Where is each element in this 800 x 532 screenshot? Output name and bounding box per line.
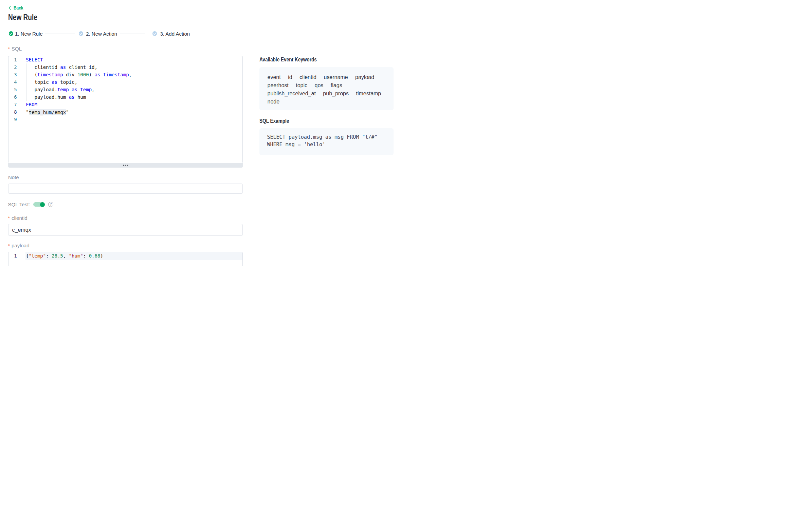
step-connector-1 bbox=[45, 34, 75, 34]
step-connector-2 bbox=[120, 34, 145, 34]
sql-test-row: SQL Test: ? bbox=[8, 202, 53, 207]
step-2-check-icon bbox=[79, 31, 83, 36]
keyword-item: event bbox=[268, 73, 281, 81]
toggle-knob bbox=[40, 202, 45, 207]
code-line[interactable]: 5 payload.temp as temp, bbox=[8, 86, 243, 93]
required-asterisk: * bbox=[8, 215, 10, 221]
indent-guide-line bbox=[32, 63, 32, 101]
code-line[interactable]: 4 topic as topic, bbox=[8, 78, 243, 86]
sql-editor[interactable]: 1SELECT2 clientid as client_id,3 (timest… bbox=[8, 56, 243, 163]
editor-resize-handle[interactable] bbox=[8, 163, 243, 168]
step-2-label[interactable]: 2. New Action bbox=[86, 31, 117, 37]
step-1-check-icon bbox=[9, 31, 13, 36]
line-number: 5 bbox=[8, 86, 26, 93]
line-number: 3 bbox=[8, 71, 26, 78]
code-line[interactable]: 2 clientid as client_id, bbox=[8, 63, 243, 71]
keyword-item: topic bbox=[296, 81, 307, 90]
sql-test-label: SQL Test: bbox=[8, 202, 30, 207]
code-line[interactable]: 8"temp_hum/emqx" bbox=[8, 108, 243, 116]
keywords-box: eventidclientidusernamepayloadpeerhostto… bbox=[259, 67, 394, 110]
code-line[interactable]: 6 payload.hum as hum bbox=[8, 93, 243, 101]
code-line[interactable]: 1SELECT bbox=[8, 56, 243, 63]
code-line[interactable]: 1{"temp": 28.5, "hum": 0.68} bbox=[8, 252, 243, 260]
keywords-section-title: Available Event Keywords bbox=[259, 56, 317, 63]
keyword-item: node bbox=[268, 98, 280, 106]
steps-bar: 1. New Rule 2. New Action 3. Add Action bbox=[0, 31, 400, 36]
keyword-item: flags bbox=[331, 81, 342, 90]
keyword-item: username bbox=[324, 73, 348, 81]
keyword-item: id bbox=[288, 73, 292, 81]
step-3-check-icon bbox=[152, 31, 157, 36]
code-line[interactable]: 7FROM bbox=[8, 101, 243, 108]
drag-dots-icon bbox=[123, 165, 128, 166]
step-1-label[interactable]: 1. New Rule bbox=[15, 31, 43, 37]
line-number: 6 bbox=[8, 93, 26, 101]
payload-field-label: *payload bbox=[8, 243, 30, 249]
back-link[interactable]: Back bbox=[9, 5, 25, 11]
line-number: 7 bbox=[8, 101, 26, 108]
code-line[interactable]: 3 (timestamp div 1000) as timestamp, bbox=[8, 71, 243, 78]
sql-example-box: SELECT payload.msg as msg FROM "t/#" WHE… bbox=[259, 128, 394, 155]
new-rule-page: Back New Rule 1. New Rule 2. New Action … bbox=[0, 0, 400, 266]
sql-example-section-title: SQL Example bbox=[259, 117, 289, 125]
page-title: New Rule bbox=[8, 12, 37, 22]
line-number: 4 bbox=[8, 78, 26, 86]
line-number: 2 bbox=[8, 63, 26, 71]
keyword-item: pub_props bbox=[323, 90, 349, 98]
keyword-item: peerhost bbox=[268, 81, 289, 90]
indent-guide-line bbox=[26, 63, 26, 101]
sql-field-label: *SQL bbox=[8, 46, 22, 52]
note-input[interactable] bbox=[8, 184, 243, 193]
keywords-list: eventidclientidusernamepayloadpeerhostto… bbox=[259, 67, 394, 110]
help-icon[interactable]: ? bbox=[48, 202, 53, 207]
line-number: 8 bbox=[8, 108, 26, 116]
clientid-field-label: *clientid bbox=[8, 215, 28, 221]
line-number: 1 bbox=[8, 252, 26, 260]
step-3-label[interactable]: 3. Add Action bbox=[160, 31, 190, 37]
keyword-item: publish_received_at bbox=[268, 90, 316, 98]
sql-example-code: SELECT payload.msg as msg FROM "t/#" WHE… bbox=[259, 128, 394, 153]
required-asterisk: * bbox=[8, 46, 10, 52]
line-number: 1 bbox=[8, 56, 26, 63]
code-line[interactable]: 9 bbox=[8, 116, 243, 123]
note-field-label: Note bbox=[8, 174, 19, 180]
keyword-item: payload bbox=[355, 73, 374, 81]
sql-test-toggle[interactable] bbox=[33, 202, 45, 207]
required-asterisk: * bbox=[8, 243, 10, 248]
back-label: Back bbox=[14, 5, 23, 11]
keyword-item: timestamp bbox=[356, 90, 381, 98]
payload-editor[interactable]: 1{"temp": 28.5, "hum": 0.68} bbox=[8, 252, 243, 266]
keyword-item: qos bbox=[315, 81, 324, 90]
clientid-input[interactable] bbox=[8, 224, 243, 236]
line-number: 9 bbox=[8, 116, 26, 123]
keyword-item: clientid bbox=[299, 73, 316, 81]
chevron-left-icon bbox=[9, 6, 11, 10]
